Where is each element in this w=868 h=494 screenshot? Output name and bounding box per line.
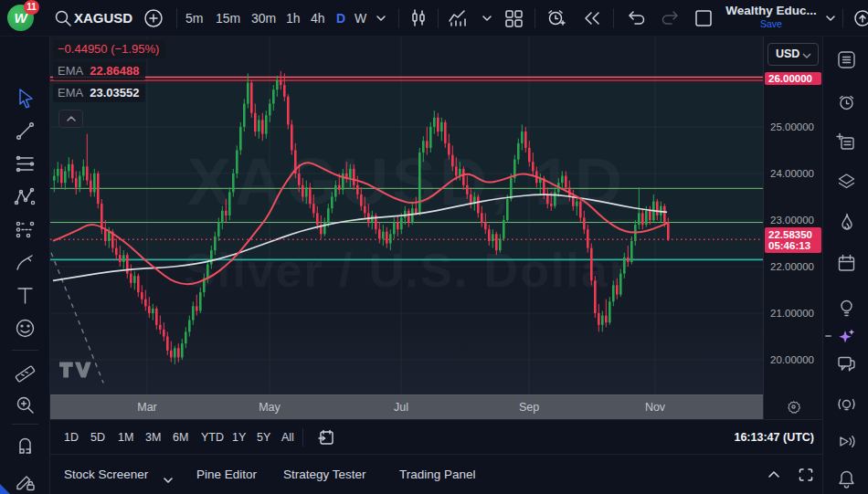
range-6m[interactable]: 6M [173, 420, 188, 455]
calendar-icon[interactable] [836, 253, 857, 274]
divider [12, 350, 38, 351]
go-to-date-icon[interactable] [317, 428, 335, 447]
undo-icon[interactable] [626, 7, 648, 29]
range-1m[interactable]: 1M [118, 420, 133, 455]
currency-label: USD [776, 47, 799, 60]
month-label: Nov [645, 395, 665, 420]
bar-countdown: 05:46:13 [768, 240, 821, 251]
legend-collapse-button[interactable] [58, 110, 83, 128]
range-1y[interactable]: 1Y [232, 420, 246, 455]
month-label: Sep [519, 395, 539, 420]
layout-grid-icon[interactable] [503, 7, 524, 29]
panel-collapse-icon[interactable] [766, 467, 782, 483]
trend-line-tool[interactable] [13, 119, 37, 143]
emoji-tool[interactable] [13, 316, 37, 341]
ideas-icon[interactable] [836, 298, 857, 319]
layout-name-menu[interactable]: Wealthy Educ... Save [720, 3, 822, 29]
streams-icon[interactable] [836, 431, 857, 452]
tradingview-logo[interactable] [58, 358, 97, 385]
panel-maximize-icon[interactable] [798, 467, 814, 483]
layout-chevron-down-icon[interactable] [820, 8, 842, 30]
separator [535, 8, 535, 28]
range-1d[interactable]: 1D [64, 420, 79, 455]
layout-select-icon[interactable] [693, 7, 715, 29]
corner-accent [0, 484, 10, 494]
range-5d[interactable]: 5D [90, 420, 105, 455]
notifications-bell-icon[interactable] [836, 468, 857, 489]
timeframe-chevron-down-icon[interactable] [371, 8, 393, 30]
chat-icon[interactable] [836, 353, 857, 374]
timeframe-1d[interactable]: D [336, 0, 345, 37]
object-tree-icon[interactable] [836, 171, 857, 192]
indicators-icon[interactable] [447, 7, 469, 29]
brush-tool[interactable] [13, 250, 37, 275]
screener-chevron-down-icon[interactable] [162, 472, 175, 489]
fib-retracement-tool[interactable] [13, 152, 37, 176]
compare-add-icon[interactable] [143, 7, 164, 29]
cursor-tool[interactable] [13, 86, 37, 110]
layout-name[interactable]: Wealthy Educ... [720, 3, 822, 19]
ema2-label[interactable]: EMA [58, 86, 83, 100]
right-sidebar [822, 37, 868, 494]
separator [842, 8, 843, 28]
ema2-value: 23.03552 [90, 86, 139, 100]
separator [438, 8, 439, 28]
live-ideas-icon[interactable] [836, 394, 857, 415]
publish-icon[interactable] [852, 7, 868, 29]
price-tick-label: 24.00000 [770, 168, 814, 179]
chart-style-candles-icon[interactable] [408, 7, 429, 29]
news-journal-icon[interactable] [836, 131, 857, 152]
range-all[interactable]: All [281, 420, 294, 455]
bar-replay-icon[interactable] [581, 7, 603, 29]
range-5y[interactable]: 5Y [257, 420, 270, 455]
stock-screener-tab[interactable]: Stock Screener [64, 455, 148, 494]
current-price-badge: 22.58350 05:46:13 [765, 227, 821, 253]
hotlists-icon[interactable] [836, 212, 857, 233]
symbol-name[interactable]: XAGUSD [74, 0, 132, 37]
alerts-icon[interactable] [836, 92, 857, 113]
magnet-tool[interactable] [13, 434, 37, 458]
zoom-in-tool[interactable] [13, 393, 37, 417]
clock-utc[interactable]: 16:13:47 (UTC) [734, 420, 814, 455]
trading-panel-tab[interactable]: Trading Panel [399, 455, 476, 494]
drawing-mode-lock-tool[interactable] [13, 469, 37, 494]
redo-icon[interactable] [659, 7, 681, 29]
price-tick-label: 23.00000 [770, 215, 814, 226]
create-alert-icon[interactable] [545, 7, 567, 29]
range-ytd[interactable]: YTD [201, 420, 224, 455]
month-label: Mar [137, 395, 157, 420]
price-change-label[interactable]: −0.44950 (−1.95%) [53, 40, 165, 58]
top-toolbar: W 11 XAGUSD 5m 15m 30m 1h 4h D W [0, 0, 868, 37]
current-price: 22.58350 [768, 229, 821, 240]
strategy-tester-tab[interactable]: Strategy Tester [283, 455, 366, 494]
pattern-xabcd-tool[interactable] [13, 184, 37, 209]
timeframe-5m[interactable]: 5m [185, 0, 203, 37]
watchlist-icon[interactable] [836, 49, 857, 70]
separator [398, 8, 399, 28]
separator [613, 8, 614, 28]
timeframe-1h[interactable]: 1h [286, 0, 301, 37]
symbol-search-icon[interactable] [52, 7, 74, 29]
measure-tool[interactable] [13, 360, 37, 384]
prediction-tool[interactable] [13, 217, 37, 242]
timeframe-30m[interactable]: 30m [251, 0, 276, 37]
save-button[interactable]: Save [720, 19, 822, 29]
time-axis[interactable]: MarMayJulSepNov [50, 394, 763, 419]
currency-selector[interactable]: USD [767, 43, 819, 66]
price-axis[interactable]: USD 26.00000 22.58350 05:46:13 25.000002… [763, 37, 822, 394]
ai-active-notch [825, 335, 831, 337]
price-tick-label: 25.00000 [770, 121, 814, 132]
bottom-panel-bar: Stock Screener Pine Editor Strategy Test… [50, 454, 822, 494]
timeframe-15m[interactable]: 15m [216, 0, 240, 37]
range-toolbar: 1D 5D 1M 3M 6M YTD 1Y 5Y All 16:13:47 (U… [50, 419, 822, 454]
range-3m[interactable]: 3M [145, 420, 161, 455]
ema1-label[interactable]: EMA [58, 64, 83, 78]
gear-icon[interactable] [786, 399, 801, 415]
text-tool[interactable] [13, 283, 37, 308]
ai-sparkle-icon[interactable] [836, 326, 857, 347]
timeframe-1w[interactable]: W [355, 0, 366, 37]
timeframe-4h[interactable]: 4h [311, 0, 325, 37]
chart-canvas[interactable]: XAGUSD, 1D Silver / U.S. Dollar −0.44950… [50, 37, 763, 394]
indicators-chevron-down-icon[interactable] [477, 8, 499, 30]
pine-editor-tab[interactable]: Pine Editor [196, 455, 257, 494]
